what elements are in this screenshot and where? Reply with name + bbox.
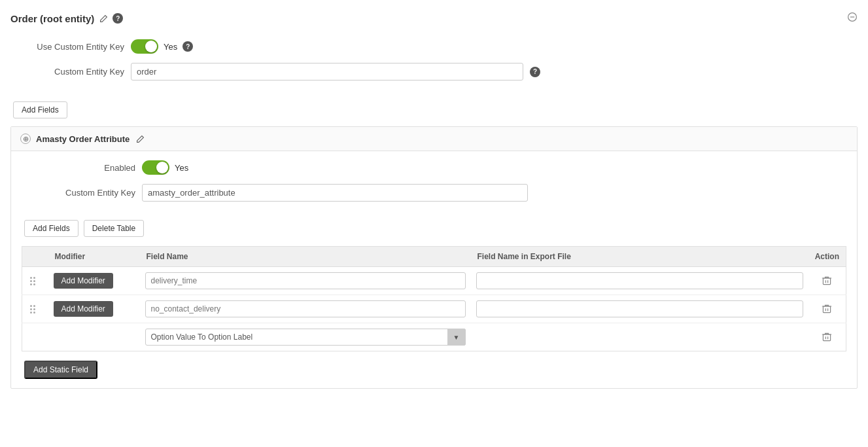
drag-handle-2[interactable] xyxy=(27,302,43,316)
svg-rect-2 xyxy=(824,278,831,285)
add-modifier-button-2[interactable]: Add Modifier xyxy=(54,301,113,317)
enabled-toggle[interactable] xyxy=(142,160,169,175)
col-header-drag xyxy=(22,247,48,267)
collapse-icon[interactable] xyxy=(847,12,858,22)
use-custom-key-toggle[interactable] xyxy=(131,39,158,54)
svg-rect-3 xyxy=(824,306,831,313)
page-title: Order (root entity) xyxy=(10,13,94,24)
exportname-cell-1 xyxy=(471,267,808,295)
delete-table-button[interactable]: Delete Table xyxy=(84,220,145,237)
fieldname-cell-3: Option Value To Option Label ▼ xyxy=(140,323,471,351)
exportname-cell-2 xyxy=(471,295,808,323)
drag-handle-1[interactable] xyxy=(27,274,43,288)
root-add-fields-row: Add Fields xyxy=(0,96,868,126)
bottom-bar: Add Static Field xyxy=(11,351,857,388)
fieldname-cell-1 xyxy=(140,267,471,295)
export-name-input-1[interactable] xyxy=(476,272,803,289)
fields-table-section: Modifier Field Name Field Name in Export… xyxy=(22,246,846,351)
modifier-cell-3 xyxy=(48,323,140,351)
add-static-field-button[interactable]: Add Static Field xyxy=(24,361,97,379)
root-entity-section: Use Custom Entity Key Yes ? Custom Entit… xyxy=(0,33,868,96)
field-name-input-2[interactable] xyxy=(145,300,466,317)
delete-row-2-icon[interactable] xyxy=(814,304,841,314)
use-custom-key-help-icon[interactable]: ? xyxy=(182,41,193,52)
amasty-subsection-title: Amasty Order Attribute xyxy=(36,134,130,144)
page-header-right xyxy=(847,12,858,25)
col-header-action: Action xyxy=(808,247,846,267)
sub-custom-entity-key-label: Custom Entity Key xyxy=(24,188,135,198)
export-name-input-2[interactable] xyxy=(476,300,803,317)
table-row: Add Modifier xyxy=(22,295,846,323)
root-add-fields-button[interactable]: Add Fields xyxy=(13,101,67,118)
action-cell-1 xyxy=(808,267,846,295)
use-custom-key-row: Use Custom Entity Key Yes ? xyxy=(13,39,855,54)
delete-row-3-icon[interactable] xyxy=(814,332,841,342)
sub-button-row: Add Fields Delete Table xyxy=(11,220,857,246)
use-custom-key-label: Use Custom Entity Key xyxy=(13,42,124,52)
add-modifier-button-1[interactable]: Add Modifier xyxy=(54,273,113,289)
custom-entity-key-label: Custom Entity Key xyxy=(13,67,124,77)
enabled-toggle-wrapper: Yes xyxy=(142,160,188,175)
modifier-select-wrapper: Option Value To Option Label ▼ xyxy=(145,329,466,346)
amasty-subsection: ⊕ Amasty Order Attribute Enabled Yes xyxy=(10,126,858,389)
custom-entity-key-input[interactable] xyxy=(131,63,523,80)
modifier-cell-2: Add Modifier xyxy=(48,295,140,323)
enabled-label: Enabled xyxy=(24,163,135,173)
drag-cell-2 xyxy=(22,295,48,323)
delete-row-1-icon[interactable] xyxy=(814,276,841,286)
page-header-left: Order (root entity) ? xyxy=(10,13,123,24)
header-help-icon[interactable]: ? xyxy=(113,13,123,24)
amasty-collapse-icon[interactable]: ⊕ xyxy=(20,134,31,144)
amasty-edit-icon[interactable] xyxy=(135,134,145,144)
enabled-yes-label: Yes xyxy=(175,163,188,173)
field-name-input-1[interactable] xyxy=(145,272,466,289)
page-header: Order (root entity) ? xyxy=(0,7,868,33)
col-header-modifier: Modifier xyxy=(48,247,140,267)
custom-entity-key-help-icon[interactable]: ? xyxy=(530,67,540,77)
fieldname-cell-2 xyxy=(140,295,471,323)
table-row-modifier: Option Value To Option Label ▼ xyxy=(22,323,846,351)
modifier-cell-1: Add Modifier xyxy=(48,267,140,295)
use-custom-key-yes-label: Yes xyxy=(164,42,177,52)
action-cell-2 xyxy=(808,295,846,323)
amasty-subsection-content: Enabled Yes Custom Entity Key xyxy=(11,151,857,220)
action-cell-3 xyxy=(808,323,846,351)
page-wrapper: Order (root entity) ? Use Custom Entity … xyxy=(0,0,868,447)
exportname-cell-3 xyxy=(471,323,808,351)
use-custom-key-toggle-wrapper: Yes ? xyxy=(131,39,193,54)
enabled-row: Enabled Yes xyxy=(24,160,844,175)
sub-custom-entity-key-input[interactable] xyxy=(142,184,528,202)
amasty-subsection-header: ⊕ Amasty Order Attribute xyxy=(11,127,857,151)
edit-title-icon[interactable] xyxy=(98,13,109,24)
fields-table: Modifier Field Name Field Name in Export… xyxy=(22,246,846,351)
drag-cell-1 xyxy=(22,267,48,295)
table-row: Add Modifier xyxy=(22,267,846,295)
modifier-type-select[interactable]: Option Value To Option Label xyxy=(145,329,466,346)
sub-add-fields-button[interactable]: Add Fields xyxy=(24,220,78,237)
custom-entity-key-row: Custom Entity Key ? xyxy=(13,63,855,80)
drag-cell-3 xyxy=(22,323,48,351)
sub-custom-entity-key-row: Custom Entity Key xyxy=(24,184,844,202)
table-header-row: Modifier Field Name Field Name in Export… xyxy=(22,247,846,267)
col-header-fieldname: Field Name xyxy=(140,247,471,267)
svg-rect-4 xyxy=(824,334,831,341)
col-header-exportname: Field Name in Export File xyxy=(471,247,808,267)
